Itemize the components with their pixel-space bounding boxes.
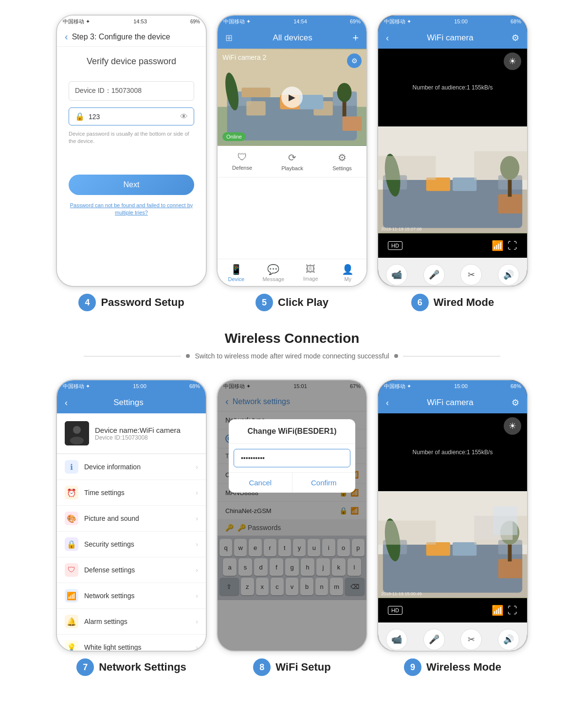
tab-device[interactable]: 📱 Device	[218, 259, 255, 286]
password-input-row[interactable]: 🔒 123 👁	[69, 107, 194, 125]
gear-icon-6[interactable]: ⚙	[511, 33, 519, 43]
phone-7-frame: 中国移动 ✦ 15:00 68% ‹ Settings	[56, 379, 207, 652]
camera-feed-6: 2018-11-19 15:07:08	[378, 126, 527, 233]
back-button-4[interactable]: ‹	[65, 31, 68, 42]
battery-4: 69%	[190, 19, 200, 24]
step-label-5: 5 Click Play	[256, 294, 328, 311]
settings-header-7: ‹ Settings	[57, 392, 206, 413]
cancel-button-8[interactable]: Cancel	[229, 473, 292, 493]
wifi-modal-overlay: Change WiFi(BESDER1) Cancel Confirm	[218, 380, 366, 651]
playback-label: Playback	[281, 165, 303, 171]
white-light-icon: 💡	[65, 640, 78, 652]
playback-action[interactable]: ⟳ Playback	[281, 152, 303, 171]
playback-icon: ⟳	[288, 152, 296, 163]
phone-6-frame: 中国移动 ✦ 15:00 68% ‹ WiFi camera ⚙ Number …	[377, 15, 528, 287]
eye-icon[interactable]: 👁	[180, 112, 188, 121]
camera-top-black-9: Number of audience:1 155kB/s ☀	[378, 413, 527, 491]
lock-icon: 🔒	[75, 112, 85, 121]
phone-9-frame: 中国移动 ✦ 15:00 68% ‹ WiFi camera ⚙ Number …	[377, 379, 528, 652]
mic-btn-6[interactable]: 🎤	[423, 264, 445, 285]
phone-6-container: 中国移动 ✦ 15:00 68% ‹ WiFi camera ⚙ Number …	[377, 15, 528, 311]
settings-action[interactable]: ⚙ Settings	[332, 152, 352, 171]
play-button-5[interactable]: ▶	[281, 87, 303, 108]
expand-icon-9[interactable]: ⛶	[508, 605, 517, 616]
device-info-icon: ℹ	[65, 460, 78, 474]
settings-item-security[interactable]: 🔒 Security settings ›	[57, 532, 206, 557]
bottom-controls-group: 📶 ⛶	[492, 240, 517, 251]
settings-item-network[interactable]: 📶 Network settings ›	[57, 583, 206, 609]
step-circle-5: 5	[256, 294, 273, 311]
chevron-icon-0: ›	[196, 463, 198, 471]
next-button[interactable]: Next	[69, 175, 194, 195]
step-label-6: 6 Wired Mode	[411, 294, 494, 311]
carrier-4: 中国移动 ✦	[63, 18, 90, 25]
scissor-btn-9[interactable]: ✂	[460, 629, 482, 650]
settings-item-picture[interactable]: 🎨 Picture and sound ›	[57, 506, 206, 532]
svg-point-28	[73, 426, 81, 434]
tab-message[interactable]: 💬 Message	[255, 259, 292, 286]
chevron-icon-2: ›	[196, 515, 198, 522]
chevron-icon-4: ›	[196, 566, 198, 574]
modal-password-input[interactable]	[234, 449, 350, 467]
device-profile-7: Device name:WiFi camera Device ID:150730…	[57, 413, 206, 454]
confirm-button-8[interactable]: Confirm	[292, 473, 356, 493]
scissor-btn-6[interactable]: ✂	[460, 264, 482, 285]
status-bar-4: 中国移动 ✦ 14:53 69%	[57, 16, 206, 27]
svg-rect-6	[246, 101, 265, 116]
timestamp-6: 2018-11-19 15:07:08	[381, 227, 422, 231]
phone-7-container: 中国移动 ✦ 15:00 68% ‹ Settings	[56, 379, 207, 676]
white-light-label: White light settings	[84, 643, 196, 651]
defense-action[interactable]: 🛡 Defense	[232, 152, 252, 171]
back-button-6[interactable]: ‹	[386, 33, 389, 43]
battery-7: 68%	[189, 383, 200, 389]
step-label-8: 8 WiFi Setup	[253, 658, 330, 676]
back-button-9[interactable]: ‹	[386, 398, 389, 408]
settings-item-device-info[interactable]: ℹ Device information ›	[57, 454, 206, 480]
defense-icon: 🛡	[237, 152, 247, 163]
tab-my[interactable]: 👤 My	[329, 259, 367, 286]
picture-label: Picture and sound	[84, 515, 196, 522]
hd-badge-6[interactable]: HD	[388, 241, 402, 250]
video-btn-9[interactable]: 📹	[386, 629, 407, 650]
svg-rect-41	[378, 521, 436, 545]
back-button-7[interactable]: ‹	[65, 398, 68, 408]
device-info-text: Device name:WiFi camera Device ID:150730…	[95, 426, 181, 441]
hd-badge-9[interactable]: HD	[388, 606, 402, 615]
avatar-svg	[65, 421, 89, 445]
expand-icon-6[interactable]: ⛶	[508, 240, 517, 251]
brightness-btn-6[interactable]: ☀	[504, 53, 521, 70]
time-5: 14:54	[293, 18, 307, 24]
tab-image[interactable]: 🖼 Image	[292, 259, 329, 286]
step-circle-7: 7	[76, 658, 94, 676]
header-icon-left-5: ⊞	[225, 33, 233, 43]
speaker-btn-6[interactable]: 🔊	[498, 264, 519, 285]
password-value: 123	[89, 113, 180, 121]
chevron-icon-3: ›	[196, 540, 198, 548]
speaker-btn-9[interactable]: 🔊	[498, 629, 519, 650]
plus-button-5[interactable]: +	[352, 32, 359, 44]
audience-info-6: Number of audience:1 155kB/s	[413, 84, 493, 91]
device-card-5[interactable]: WiFi camera 2 Online ⚙ ▶	[218, 49, 366, 146]
device-settings-icon-5[interactable]: ⚙	[347, 53, 362, 68]
svg-rect-36	[453, 542, 476, 556]
settings-item-white-light[interactable]: 💡 White light settings ›	[57, 635, 206, 652]
wifi-modal-box: Change WiFi(BESDER1) Cancel Confirm	[229, 419, 355, 493]
settings-item-defense[interactable]: 🛡 Defense settings ›	[57, 557, 206, 583]
brightness-btn-9[interactable]: ☀	[504, 417, 521, 435]
header-title-5: All devices	[273, 33, 312, 43]
phone-5-frame: 中国移动 ✦ 14:54 69% ⊞ All devices +	[217, 15, 367, 287]
settings-item-alarm[interactable]: 🔔 Alarm settings ›	[57, 609, 206, 635]
phone-5-container: 中国移动 ✦ 14:54 69% ⊞ All devices +	[217, 15, 367, 311]
forgot-password-link[interactable]: Password can not be found and failed to …	[69, 202, 194, 217]
blue-header-5: ⊞ All devices +	[218, 27, 366, 49]
video-btn-6[interactable]: 📹	[386, 264, 407, 285]
gear-icon-9[interactable]: ⚙	[511, 397, 519, 408]
wireless-title: Wireless Connection	[10, 331, 574, 346]
status-bar-7: 中国移动 ✦ 15:00 68%	[57, 380, 206, 392]
phone-4-body: Verify device password Device ID：1507300…	[57, 47, 206, 227]
security-icon: 🔒	[65, 537, 78, 551]
mic-btn-9[interactable]: 🎤	[423, 629, 445, 650]
carrier-5: 中国移动 ✦	[223, 18, 251, 25]
svg-rect-37	[498, 559, 522, 578]
settings-item-time[interactable]: ⏰ Time settings ›	[57, 480, 206, 506]
